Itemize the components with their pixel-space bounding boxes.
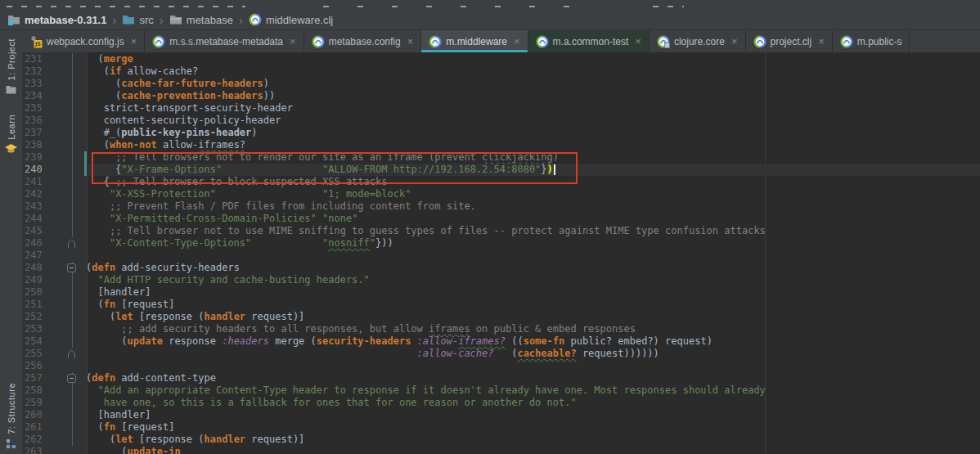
code-token: "ALLOW-FROM http://192.168.2.54:8080" <box>322 164 541 175</box>
code-line-262[interactable]: 262 (let [response (handler request)] <box>22 434 980 446</box>
fold-marker-collapse-icon[interactable] <box>67 263 76 276</box>
code-line-252[interactable]: 252 (let [response (handler request)] <box>22 311 980 323</box>
line-number: 253 <box>22 323 65 335</box>
tab-label: m.public-s <box>857 36 902 47</box>
code-token: update-in <box>128 446 181 454</box>
code-text: (fn [request] <box>86 421 980 434</box>
code-text <box>86 360 980 372</box>
code-line-236[interactable]: 236 content-security-policy-header <box>22 115 980 127</box>
code-line-234[interactable]: 234 (cache-prevention-headers)) <box>22 90 980 102</box>
tool-window-button-1-project[interactable]: 1: Project <box>6 38 16 95</box>
code-editor[interactable]: 231 (merge232 (if allow-cache?233 (cache… <box>22 52 980 454</box>
code-line-261[interactable]: 261 (fn [request] <box>22 421 980 434</box>
code-token: ( <box>86 78 121 89</box>
code-token: ( <box>86 434 115 445</box>
breadcrumb-item-metabase[interactable]: metabase <box>169 13 233 26</box>
tab-label: m.a.common-test <box>553 36 629 47</box>
code-line-235[interactable]: 235 strict-transport-security-header <box>22 102 980 115</box>
code-token: ;; add security headers to all responses… <box>121 323 429 335</box>
tab-m-middleware[interactable]: m.middleware× <box>421 30 528 52</box>
code-token: " <box>370 237 375 249</box>
code-line-253[interactable]: 253 ;; add security headers to all respo… <box>22 323 980 335</box>
fold-gutter <box>65 225 86 237</box>
code-line-241[interactable]: 241 { ;; Tell browser to block suspected… <box>22 176 980 188</box>
fold-marker-end-icon[interactable] <box>67 239 76 252</box>
code-line-263[interactable]: 263 (update-in <box>22 446 980 454</box>
code-line-254[interactable]: 254 (update response :headers merge (sec… <box>22 335 980 348</box>
close-icon[interactable]: × <box>290 36 296 47</box>
breadcrumb-item-metabase-0-31-1[interactable]: metabase-0.31.1 <box>7 13 106 26</box>
close-icon[interactable]: × <box>131 36 137 47</box>
code-token: ( <box>86 65 110 77</box>
fold-gutter <box>65 409 86 421</box>
breadcrumb-item-middleware-clj[interactable]: middleware.clj <box>249 13 333 26</box>
close-icon[interactable]: × <box>407 36 414 47</box>
project-folder-icon <box>7 13 20 26</box>
code-token: fn <box>104 299 115 310</box>
code-text: (let [response (handler request)] <box>86 434 980 446</box>
code-line-259[interactable]: 259 have one, so this is a fallback for … <box>22 397 980 409</box>
close-icon[interactable]: × <box>731 36 738 47</box>
code-token <box>86 397 104 408</box>
code-line-231[interactable]: 231 (merge <box>22 53 980 65</box>
code-token: ;; Tell browser to block suspected XSS a… <box>115 176 387 187</box>
tab-m-a-common-test[interactable]: m.a.common-test× <box>528 30 650 52</box>
code-line-232[interactable]: 232 (if allow-cache? <box>22 65 980 78</box>
code-line-260[interactable]: 260 [handler] <box>22 409 980 421</box>
code-line-242[interactable]: 242 "X-XSS-Protection" "1; mode=block" <box>22 188 980 200</box>
tool-window-button-learn[interactable]: Learn <box>5 115 17 155</box>
code-line-245[interactable]: 245 ;; Tell browser not to use MIME snif… <box>22 225 980 237</box>
tab-label: m.middleware <box>446 36 507 47</box>
code-token: ( <box>86 299 104 310</box>
code-token: cacheable? <box>517 348 576 359</box>
code-line-247[interactable]: 247 <box>22 249 980 262</box>
fold-marker-collapse-icon[interactable] <box>67 374 76 386</box>
line-number: 234 <box>22 90 65 102</box>
fold-gutter <box>65 446 86 454</box>
tab-m-public-s[interactable]: m.public-s <box>833 30 910 52</box>
code-line-233[interactable]: 233 (cache-far-future-headers) <box>22 78 980 90</box>
code-line-240[interactable]: 240 {"X-Frame-Options" "ALLOW-FROM http:… <box>22 164 980 176</box>
code-token: if <box>110 65 121 77</box>
tab-label: m.s.s.metabase-metadata <box>169 36 283 47</box>
code-token: ( <box>86 90 121 101</box>
code-line-246[interactable]: 246 "X-Content-Type-Options" "nosniff"})… <box>22 237 980 249</box>
code-line-239[interactable]: 239 ;; Tell browsers not to render our s… <box>22 151 980 164</box>
line-number: 247 <box>22 249 65 262</box>
code-line-244[interactable]: 244 "X-Permitted-Cross-Domain-Policies" … <box>22 213 980 225</box>
close-icon[interactable]: × <box>635 36 641 47</box>
code-token: request)] <box>245 434 304 445</box>
code-token: ( <box>86 139 110 151</box>
code-line-255[interactable]: 255 :allow-cache? (cacheable? request)))… <box>22 348 980 360</box>
code-token: ) <box>547 164 553 175</box>
code-line-249[interactable]: 249 "Add HTTP security and cache-busting… <box>22 274 980 286</box>
code-token: ) <box>251 127 257 138</box>
code-line-251[interactable]: 251 (fn [request] <box>22 299 980 311</box>
fold-gutter <box>65 176 86 188</box>
breadcrumb-item-src[interactable]: src <box>122 13 153 26</box>
tab-webpack-config-js[interactable]: JSwebpack.config.js× <box>22 30 145 52</box>
tab-metabase-config[interactable]: metabase.config× <box>304 30 422 52</box>
fold-marker-end-icon[interactable] <box>67 349 76 362</box>
close-icon[interactable]: × <box>818 36 825 47</box>
code-line-238[interactable]: 238 (when-not allow-iframes? <box>22 139 980 151</box>
tab-clojure-core[interactable]: clojure.core× <box>650 30 746 52</box>
code-line-258[interactable]: 258 "Add an appropriate Content-Type hea… <box>22 384 980 397</box>
tab-m-s-s-metabase-metadata[interactable]: m.s.s.metabase-metadata× <box>145 30 303 52</box>
fold-gutter <box>65 286 86 299</box>
code-token: })) <box>375 237 393 249</box>
code-line-256[interactable]: 256 <box>22 360 980 372</box>
close-icon[interactable]: × <box>514 36 520 47</box>
fold-gutter <box>65 188 86 200</box>
code-line-243[interactable]: 243 ;; Prevent Flash / PDF files from in… <box>22 200 980 213</box>
code-line-237[interactable]: 237 #_(public-key-pins-header) <box>22 127 980 139</box>
code-text: ;; Tell browser not to use MIME sniffing… <box>86 225 980 237</box>
code-line-257[interactable]: 257(defn add-content-type <box>22 372 980 384</box>
code-token: ( <box>86 446 128 454</box>
tool-window-button-7-structure[interactable]: 7: Structure <box>6 383 16 449</box>
tab-project-clj[interactable]: project.clj× <box>746 30 833 52</box>
code-token: iframes? <box>198 139 245 151</box>
code-line-248[interactable]: 248(defn add-security-headers <box>22 262 980 274</box>
code-text: (cache-far-future-headers) <box>86 78 980 90</box>
code-line-250[interactable]: 250 [handler] <box>22 286 980 299</box>
